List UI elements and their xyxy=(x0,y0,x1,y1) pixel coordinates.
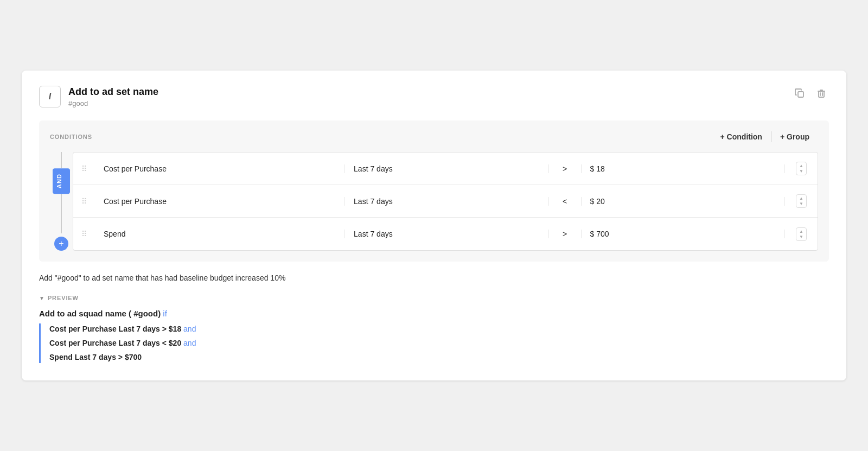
add-group-button[interactable]: + Group xyxy=(771,129,818,144)
list-item: Cost per Purchase Last 7 days < $20 and xyxy=(49,338,829,349)
operator-cell: > xyxy=(549,164,582,173)
rule-icon: I xyxy=(39,86,61,107)
preview-conditions: Cost per Purchase Last 7 days > $18 and … xyxy=(39,323,829,363)
timeframe-cell: Last 7 days xyxy=(345,164,548,173)
description-text: Add "#good" to ad set name that has had … xyxy=(39,272,829,284)
delete-button[interactable] xyxy=(814,86,829,104)
conditions-actions: + Condition + Group xyxy=(712,129,818,144)
and-line-bottom xyxy=(61,194,62,233)
header-actions xyxy=(792,86,829,104)
preview-section: ▼ PREVIEW Add to ad squad name ( #good) … xyxy=(39,295,829,363)
rows-table: ⠿ Cost per Purchase Last 7 days > $ 18 xyxy=(73,152,818,251)
and-bar: AND + xyxy=(50,152,73,251)
value-cell: $ 18 xyxy=(582,164,785,173)
metric-cell: Spend xyxy=(95,230,345,238)
table-row: ⠿ Cost per Purchase Last 7 days < $ 20 xyxy=(73,185,818,218)
conditions-section: CONDITIONS + Condition + Group AND + ⠿ xyxy=(39,120,829,262)
header-title: Add to ad set name xyxy=(68,86,158,98)
row-spinner[interactable]: ▲ ▼ xyxy=(796,227,807,241)
main-card: I Add to ad set name #good xyxy=(22,71,846,380)
row-actions: ▲ ▼ xyxy=(785,162,818,175)
value-cell: $ 20 xyxy=(582,197,785,206)
header: I Add to ad set name #good xyxy=(39,86,829,107)
row-actions: ▲ ▼ xyxy=(785,227,818,241)
preview-label: PREVIEW xyxy=(48,295,79,301)
chevron-down-icon: ▼ xyxy=(39,295,44,301)
and-button[interactable]: AND xyxy=(53,168,70,194)
drag-handle[interactable]: ⠿ xyxy=(73,230,95,238)
metric-cell: Cost per Purchase xyxy=(95,197,345,206)
row-actions: ▲ ▼ xyxy=(785,194,818,208)
svg-rect-0 xyxy=(798,92,803,97)
timeframe-cell: Last 7 days xyxy=(345,197,548,206)
header-subtitle: #good xyxy=(68,99,158,107)
copy-button[interactable] xyxy=(792,86,807,104)
drag-handle[interactable]: ⠿ xyxy=(73,164,95,173)
conditions-label: CONDITIONS xyxy=(50,134,92,140)
add-condition-button[interactable]: + Condition xyxy=(712,129,771,144)
and-line-top xyxy=(61,152,62,168)
svg-rect-1 xyxy=(819,91,824,97)
operator-cell: > xyxy=(549,230,582,238)
list-item: Cost per Purchase Last 7 days > $18 and xyxy=(49,323,829,335)
header-left: I Add to ad set name #good xyxy=(39,86,158,107)
preview-title: Add to ad squad name ( #good) if xyxy=(39,309,829,318)
value-cell: $ 700 xyxy=(582,230,785,238)
conditions-body: AND + ⠿ Cost per Purchase Last 7 days > xyxy=(50,152,818,251)
table-row: ⠿ Spend Last 7 days > $ 700 xyxy=(73,218,818,250)
add-condition-plus-button[interactable]: + xyxy=(54,237,68,251)
preview-content: Add to ad squad name ( #good) if Cost pe… xyxy=(39,309,829,363)
list-item: Spend Last 7 days > $700 xyxy=(49,352,829,363)
preview-toggle[interactable]: ▼ PREVIEW xyxy=(39,295,829,301)
operator-cell: < xyxy=(549,197,582,206)
row-spinner[interactable]: ▲ ▼ xyxy=(796,194,807,208)
row-spinner[interactable]: ▲ ▼ xyxy=(796,162,807,175)
metric-cell: Cost per Purchase xyxy=(95,164,345,173)
timeframe-cell: Last 7 days xyxy=(345,230,548,238)
drag-handle[interactable]: ⠿ xyxy=(73,197,95,206)
conditions-header: CONDITIONS + Condition + Group xyxy=(50,129,818,144)
header-text: Add to ad set name #good xyxy=(68,86,158,107)
table-row: ⠿ Cost per Purchase Last 7 days > $ 18 xyxy=(73,153,818,185)
